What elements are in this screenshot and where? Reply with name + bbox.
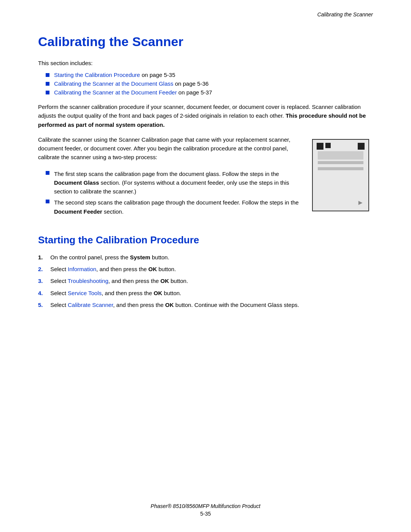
list-item-text: Starting the Calibration Procedure on pa… — [54, 72, 175, 78]
list-item: The second step scans the calibration pa… — [46, 198, 301, 216]
bullet-icon — [46, 91, 49, 94]
bold-doc-glass: Document Glass — [54, 179, 99, 186]
procedure-step-3: 3. Select Troubleshooting, and then pres… — [38, 276, 373, 285]
scanner-top-marks — [313, 140, 368, 150]
bullet-icon — [46, 82, 49, 86]
toc-link-3[interactable]: Calibrating the Scanner at the Document … — [54, 89, 177, 96]
link-information[interactable]: Information — [68, 266, 96, 272]
scanner-diagram: ► — [312, 139, 369, 211]
toc-page-3: on page — [178, 89, 201, 96]
bullet-icon — [46, 73, 49, 77]
footer-product: Phaser® 8510/8560MFP Multifunction Produ… — [0, 503, 411, 509]
toc-list: Starting the Calibration Procedure on pa… — [46, 72, 373, 96]
step-num-1: 1. — [38, 253, 49, 262]
list-item: Starting the Calibration Procedure on pa… — [46, 72, 373, 78]
scanner-inner-area-1 — [318, 151, 363, 160]
toc-page-1: on page — [142, 72, 164, 78]
toc-page-num-1: 5-35 — [164, 72, 175, 78]
step-num-3: 3. — [38, 276, 49, 285]
step-num-2: 2. — [38, 265, 49, 273]
mark-sq-3 — [358, 143, 365, 150]
link-calibrate-scanner[interactable]: Calibrate Scanner — [68, 302, 113, 308]
step-text-1: On the control panel, press the System b… — [49, 253, 169, 262]
step-2-text: The second step scans the calibration pa… — [54, 198, 301, 216]
page-footer: Phaser® 8510/8560MFP Multifunction Produ… — [0, 503, 411, 517]
step-num-5: 5. — [38, 300, 49, 309]
mark-sq-2 — [325, 143, 331, 148]
footer-page-number: 5-35 — [0, 511, 411, 517]
body-paragraph: Perform the scanner calibration procedur… — [38, 102, 373, 129]
step-text-3: Select Troubleshooting, and then press t… — [49, 276, 188, 285]
link-troubleshooting[interactable]: Troubleshooting — [68, 278, 108, 284]
procedure-step-5: 5. Select Calibrate Scanner, and then pr… — [38, 300, 373, 309]
section-intro: This section includes: — [38, 60, 373, 66]
bullet-icon — [46, 200, 49, 203]
bold-ok-2: OK — [148, 266, 157, 272]
procedure-step-1: 1. On the control panel, press the Syste… — [38, 253, 373, 262]
list-item: Calibrating the Scanner at the Document … — [46, 89, 373, 96]
mark-right — [358, 143, 365, 150]
toc-link-2[interactable]: Calibrating the Scanner at the Document … — [54, 80, 174, 87]
header-title: Calibrating the Scanner — [317, 11, 373, 18]
bold-system: System — [130, 254, 150, 260]
link-service-tools[interactable]: Service Tools — [68, 290, 102, 296]
header-right: Calibrating the Scanner — [317, 11, 373, 18]
bold-doc-feeder: Document Feeder — [54, 208, 102, 215]
toc-page-num-2: 5-36 — [197, 80, 209, 87]
procedure-step-2: 2. Select Information, and then press th… — [38, 265, 373, 273]
scanner-arrow-icon: ► — [357, 199, 364, 207]
step-text-4: Select Service Tools, and then press the… — [49, 289, 181, 297]
bold-ok-5: OK — [165, 302, 174, 308]
subsection-title: Starting the Calibration Procedure — [38, 234, 373, 246]
step-1-text: The first step scans the calibration pag… — [54, 169, 301, 196]
step-num-4: 4. — [38, 289, 49, 297]
list-item: Calibrating the Scanner at the Document … — [46, 80, 373, 87]
scanner-image-container: ► — [312, 135, 373, 223]
scanner-inner-area-2 — [318, 161, 363, 164]
step-text-2: Select Information, and then press the O… — [49, 265, 176, 273]
bold-ok-3: OK — [161, 278, 169, 284]
calibrate-intro-text: Calibrate the scanner using the Scanner … — [38, 135, 301, 162]
chapter-title: Calibrating the Scanner — [38, 34, 373, 49]
steps-list: The first step scans the calibration pag… — [46, 169, 301, 216]
bold-warning: This procedure should not be performed a… — [38, 112, 366, 128]
step-text-5: Select Calibrate Scanner, and then press… — [49, 300, 299, 309]
mark-sq-1 — [317, 143, 323, 150]
bullet-icon — [46, 171, 49, 175]
procedure-steps: 1. On the control panel, press the Syste… — [38, 253, 373, 309]
toc-page-2: on page — [175, 80, 197, 87]
mark-left-group — [317, 143, 331, 150]
list-item: The first step scans the calibration pag… — [46, 169, 301, 196]
page-container: Calibrating the Scanner Calibrating the … — [0, 0, 411, 532]
bold-ok-4: OK — [154, 290, 162, 296]
toc-link-1[interactable]: Starting the Calibration Procedure — [54, 72, 140, 78]
content-image-block: Calibrate the scanner using the Scanner … — [38, 135, 373, 223]
toc-page-num-3: 5-37 — [201, 89, 212, 96]
content-left: Calibrate the scanner using the Scanner … — [38, 135, 301, 223]
list-item-text: Calibrating the Scanner at the Document … — [54, 89, 212, 96]
procedure-step-4: 4. Select Service Tools, and then press … — [38, 289, 373, 297]
list-item-text: Calibrating the Scanner at the Document … — [54, 80, 209, 87]
scanner-inner-area-3 — [318, 167, 363, 170]
